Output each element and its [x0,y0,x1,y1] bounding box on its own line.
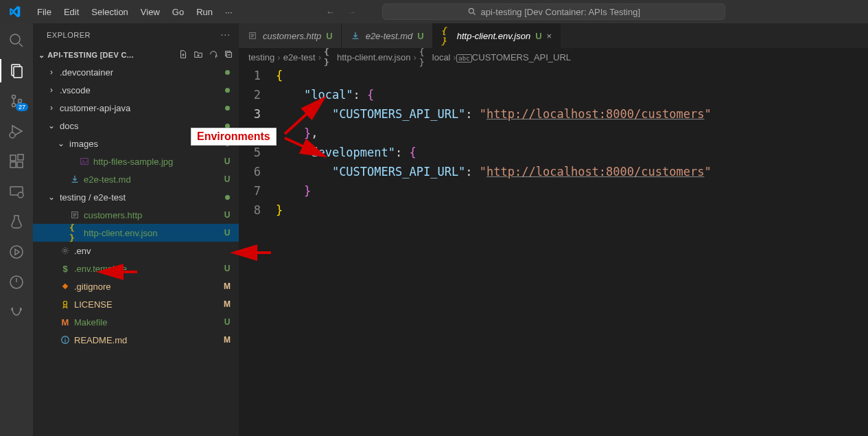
svg-rect-12 [17,162,23,168]
svg-point-33 [64,338,65,339]
svg-point-6 [12,95,16,99]
explorer-sidebar: EXPLORER ··· ⌄ API-TESTING [DEV C... ›.d… [33,23,239,436]
twisty-icon: ⌄ [47,192,56,202]
svg-rect-13 [18,154,23,160]
menu-run[interactable]: Run [191,4,218,20]
svg-rect-11 [10,162,16,168]
workspace-header[interactable]: ⌄ API-TESTING [DEV C... [33,47,239,63]
tree-row[interactable]: .env [33,242,239,260]
file-icon [60,334,71,345]
new-folder-icon[interactable] [193,49,203,60]
activity-run-icon[interactable] [8,122,25,140]
file-icon [247,30,258,41]
file-name: .env.template [74,264,219,274]
menu-more-icon[interactable]: ··· [220,4,238,20]
file-name: customers.http [84,210,219,220]
file-icon [60,281,71,292]
editor-tab[interactable]: { }http-client.env.jsonU× [433,23,561,48]
explorer-title: EXPLORER [47,31,91,39]
activity-scm-icon[interactable]: 27 [8,92,25,110]
file-icon: { } [324,47,334,67]
svg-point-16 [10,246,23,258]
file-name: README.md [74,335,219,345]
file-name: customer-api-java [60,103,219,113]
nav-forward-icon[interactable]: → [347,7,356,17]
breadcrumb-item[interactable]: http-client.env.json [337,52,410,62]
code-content[interactable]: { "local": { "CUSTOMERS_API_URL": "http:… [276,66,868,436]
activity-testing-icon[interactable] [8,213,25,231]
git-status-dot [222,103,232,113]
activity-remote-icon[interactable] [8,183,25,200]
editor-tab[interactable]: e2e-test.mdU [342,23,433,48]
file-icon [69,174,80,185]
activity-explorer-icon[interactable] [8,62,25,80]
breadcrumb-item[interactable]: testing [248,52,274,62]
svg-rect-5 [14,67,22,78]
menu-file[interactable]: File [32,4,57,20]
twisty-icon: › [47,103,56,113]
breadcrumb-item[interactable]: CUSTOMERS_API_URL [472,52,571,62]
close-icon[interactable]: × [547,31,552,41]
menu-go[interactable]: Go [167,4,189,20]
svg-point-23 [82,160,84,161]
twisty-icon: ⌄ [47,121,56,130]
nav-back-icon[interactable]: ← [326,7,335,17]
annotation-label: Environments [191,128,277,146]
file-icon: { } [69,227,80,238]
tab-modified-badge: U [535,31,541,41]
activity-ox-icon[interactable] [8,303,25,321]
editor-tab[interactable]: customers.httpU [239,23,342,48]
command-center-text: api-testing [Dev Container: APIs Testing… [481,7,640,17]
tree-row[interactable]: customers.httpU [33,206,239,224]
tree-row[interactable]: ›customer-api-java [33,99,239,117]
tree-row[interactable]: .gitignoreM [33,277,239,295]
file-icon [60,245,71,256]
breadcrumb-item[interactable]: e2e-test [283,52,316,62]
refresh-icon[interactable] [209,49,218,60]
tree-row[interactable]: MMakefileU [33,313,239,331]
file-name: http-client.env.json [84,228,219,238]
git-status-dot [222,192,232,202]
menu-selection[interactable]: Selection [86,4,133,20]
tree-row[interactable]: $.env.templateU [33,260,239,277]
code-editor[interactable]: 12345678 { "local": { "CUSTOMERS_API_URL… [239,66,868,436]
svg-line-1 [473,13,475,15]
new-file-icon[interactable] [178,49,188,60]
tree-row[interactable]: LICENSEM [33,295,239,313]
tree-row[interactable]: README.mdM [33,331,239,349]
git-status: U [222,264,232,273]
activity-power-icon[interactable] [8,273,25,291]
activity-runner-icon[interactable] [8,243,25,261]
file-name: .gitignore [74,282,219,292]
tree-row[interactable]: ›.vscode [33,81,239,99]
breadcrumb[interactable]: testing›e2e-test›{ }http-client.env.json… [239,48,868,66]
tab-label: customers.http [263,31,321,41]
tree-row[interactable]: { }http-client.env.jsonU [33,224,239,242]
explorer-more-icon[interactable]: ··· [220,29,231,41]
breadcrumb-item[interactable]: local [432,52,451,62]
svg-point-7 [12,104,16,107]
git-status: U [222,210,232,220]
chevron-down-icon: ⌄ [38,51,45,60]
file-name: .vscode [60,85,219,95]
menu-view[interactable]: View [135,4,165,20]
editor-area: customers.httpUe2e-test.mdU{ }http-clien… [239,23,868,436]
svg-point-8 [19,100,22,103]
activity-search-icon[interactable] [8,32,25,49]
tree-row[interactable]: ⌄testing / e2e-test [33,188,239,206]
svg-point-0 [469,8,473,13]
git-status: U [222,174,232,184]
git-status-dot [222,85,232,95]
title-bar: File Edit Selection View Go Run ··· ← → … [0,0,868,23]
tree-row[interactable]: e2e-test.mdU [33,170,239,188]
collapse-all-icon[interactable] [224,49,233,60]
svg-point-28 [64,249,67,252]
activity-extensions-icon[interactable] [8,152,25,170]
svg-line-3 [19,43,23,47]
tree-row[interactable]: ›.devcontainer [33,63,239,81]
git-status: U [222,228,232,238]
file-icon [79,156,90,167]
menu-edit[interactable]: Edit [58,4,84,20]
command-center[interactable]: api-testing [Dev Container: APIs Testing… [382,3,725,20]
tree-row[interactable]: http-files-sample.jpgU [33,152,239,170]
